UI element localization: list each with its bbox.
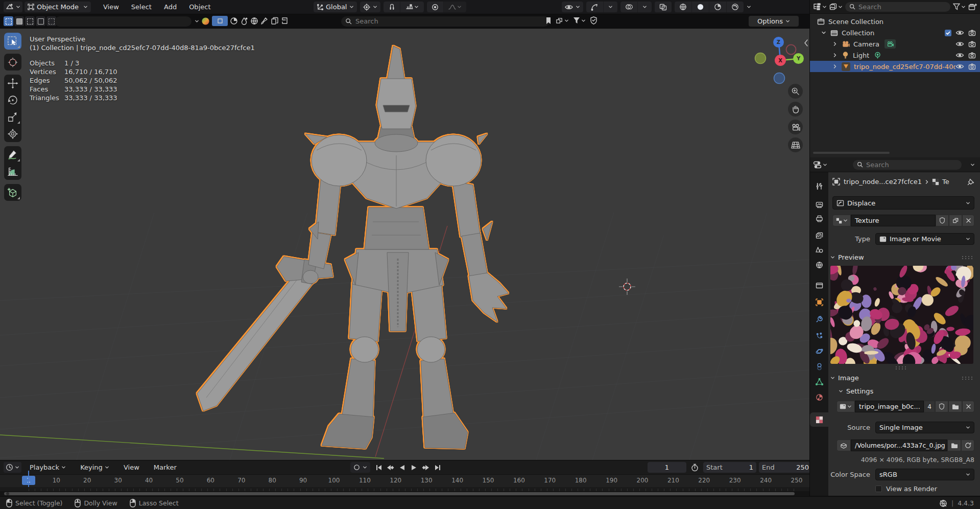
- image-panel-header[interactable]: Image: [830, 374, 974, 382]
- collapse-panel-chevron[interactable]: [804, 39, 808, 47]
- collection-checkbox[interactable]: [945, 30, 951, 36]
- active-filter-button[interactable]: [212, 16, 228, 26]
- bookmark-icon[interactable]: [545, 17, 552, 25]
- toolbar-search-input[interactable]: Search: [341, 16, 549, 27]
- pin-icon[interactable]: [967, 178, 974, 186]
- previous-keyframe-button[interactable]: [385, 462, 396, 472]
- menu-marker[interactable]: Marker: [148, 461, 183, 474]
- properties-options-chevron[interactable]: [970, 163, 975, 167]
- colorspace-dropdown[interactable]: sRGB: [875, 469, 974, 480]
- panel-grip[interactable]: [961, 376, 974, 380]
- editor-type-button[interactable]: [4, 2, 22, 12]
- clamp-icon[interactable]: [281, 17, 289, 25]
- new-collection-button[interactable]: [968, 3, 977, 11]
- tab-material[interactable]: [810, 390, 828, 404]
- camera-view-button[interactable]: [788, 120, 803, 134]
- outliner-row-scene-collection[interactable]: Scene Collection: [810, 16, 980, 27]
- collapse-chevron-icon[interactable]: [832, 64, 838, 69]
- pack-image-button[interactable]: [836, 439, 851, 451]
- tab-particles[interactable]: [810, 329, 828, 343]
- scrollbar-zoom-handle[interactable]: [6, 492, 9, 495]
- xray-toggle[interactable]: [655, 2, 672, 12]
- object-visibility-dropdown[interactable]: [562, 2, 583, 12]
- pages-icon[interactable]: [271, 17, 279, 25]
- tool-annotate[interactable]: [4, 146, 21, 163]
- expand-chevron-icon[interactable]: [821, 30, 826, 35]
- outliner-hscrollbar[interactable]: [813, 152, 890, 154]
- menu-add[interactable]: Add: [158, 0, 183, 14]
- tab-render[interactable]: [810, 197, 828, 212]
- shading-solid-button[interactable]: [692, 2, 709, 12]
- play-reverse-button[interactable]: [397, 462, 408, 472]
- fake-user-button[interactable]: [936, 215, 949, 226]
- tab-constraints[interactable]: [810, 359, 828, 374]
- reload-image-button[interactable]: [961, 439, 974, 451]
- material-ball-icon[interactable]: [201, 17, 210, 26]
- shield-check-icon[interactable]: [590, 16, 597, 25]
- outliner-row-tripo-node[interactable]: tripo_node_cd25efc7-07dd-40d8-81a9-0bce2…: [810, 61, 980, 72]
- snap-settings-dropdown[interactable]: [400, 2, 424, 12]
- tab-collection[interactable]: [810, 278, 828, 292]
- select-mode-invert[interactable]: [36, 16, 45, 26]
- show-gizmo-toggle[interactable]: [586, 2, 603, 12]
- tool-add-cube[interactable]: [4, 184, 21, 201]
- image-name-field[interactable]: tripo_image_b0c...: [855, 401, 924, 412]
- source-dropdown[interactable]: Single Image: [875, 422, 974, 433]
- proportional-falloff-dropdown[interactable]: [444, 2, 466, 12]
- filepath-field[interactable]: /Volumes/por...433a7c_0.jpg: [851, 439, 947, 451]
- browse-file-button[interactable]: [947, 439, 961, 451]
- hide-eye-icon[interactable]: [955, 52, 964, 58]
- texture-name-field[interactable]: Texture: [851, 215, 936, 226]
- outliner-row-collection[interactable]: Collection: [810, 27, 980, 38]
- outliner-row-light[interactable]: Light: [810, 50, 980, 61]
- overlays-settings-dropdown[interactable]: [638, 2, 652, 12]
- disable-render-camera-icon[interactable]: [968, 30, 976, 36]
- image-id-type-button[interactable]: [836, 401, 855, 412]
- disable-render-camera-icon[interactable]: [968, 52, 976, 59]
- orthographic-toggle-button[interactable]: [788, 137, 803, 152]
- duplicate-texture-button[interactable]: [949, 215, 962, 226]
- menu-object[interactable]: Object: [183, 0, 217, 14]
- hide-eye-icon[interactable]: [955, 63, 964, 70]
- select-mode-extend[interactable]: [14, 16, 24, 26]
- pivot-point-dropdown[interactable]: [360, 2, 380, 12]
- image-users-count[interactable]: 4: [924, 401, 935, 412]
- hide-eye-icon[interactable]: [955, 41, 964, 47]
- jump-to-end-button[interactable]: [432, 462, 443, 472]
- outliner-filter-dropdown[interactable]: [953, 3, 966, 10]
- outliner-row-camera[interactable]: Camera: [810, 38, 980, 50]
- chevron-down-icon[interactable]: [195, 19, 199, 24]
- end-frame-field[interactable]: End 250: [759, 462, 812, 473]
- menu-timeline-view[interactable]: View: [117, 461, 146, 474]
- texture-id-type-button[interactable]: [832, 215, 851, 226]
- view-as-render-checkbox[interactable]: [875, 485, 882, 492]
- panel-grip[interactable]: [961, 256, 974, 259]
- tool-settings-field[interactable]: [55, 16, 192, 27]
- gizmo-axis-x[interactable]: X: [775, 55, 786, 66]
- outliner-filter-image-dropdown[interactable]: [829, 3, 843, 10]
- gizmo-axis-z[interactable]: Z: [773, 37, 784, 48]
- tab-physics[interactable]: [810, 344, 828, 358]
- menu-view[interactable]: View: [97, 0, 125, 14]
- breadcrumb-object-name[interactable]: tripo_node...ce27fcfce1: [844, 178, 922, 186]
- tool-rotate[interactable]: [4, 91, 21, 108]
- select-mode-subtract[interactable]: [25, 16, 35, 26]
- droplet-icon[interactable]: [240, 17, 248, 25]
- menu-playback[interactable]: Playback: [23, 461, 72, 474]
- tab-modifiers[interactable]: [810, 312, 828, 326]
- timeline-scrollbar[interactable]: [0, 491, 809, 496]
- gizmo-axis-y[interactable]: Y: [793, 53, 804, 64]
- transform-orientation-dropdown[interactable]: Global: [314, 2, 357, 12]
- settings-subpanel-header[interactable]: Settings: [839, 387, 873, 395]
- current-frame-field[interactable]: 1: [648, 462, 686, 473]
- outliner-search-input[interactable]: Search: [845, 2, 950, 12]
- zoom-view-button[interactable]: [788, 84, 803, 99]
- properties-editor-type-button[interactable]: [813, 161, 827, 169]
- proportional-editing-toggle[interactable]: [427, 2, 443, 12]
- outliner-display-mode-dropdown[interactable]: [813, 3, 827, 10]
- snap-toggle[interactable]: [384, 2, 400, 12]
- timeline-editor-type-button[interactable]: [4, 462, 21, 473]
- tool-scale[interactable]: [4, 108, 21, 125]
- jump-to-start-button[interactable]: [373, 462, 384, 472]
- tool-measure[interactable]: [4, 163, 21, 180]
